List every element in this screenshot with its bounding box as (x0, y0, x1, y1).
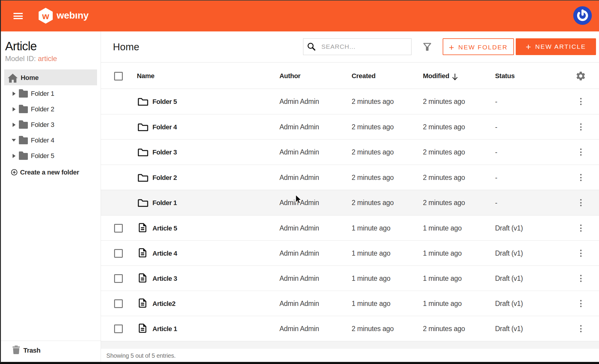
svg-text:w: w (42, 11, 49, 21)
